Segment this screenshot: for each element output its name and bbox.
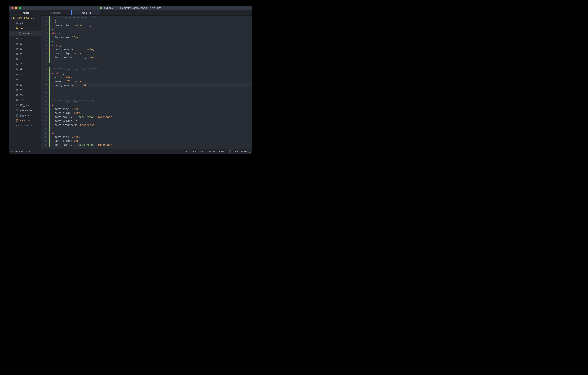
tree-item[interactable]: ›e5	[10, 56, 41, 62]
code-line[interactable]: h2 {	[51, 131, 252, 135]
zoom-window-button[interactable]	[19, 7, 21, 9]
code-line[interactable]: }	[51, 39, 252, 44]
code-line[interactable]: text-align: center;	[51, 51, 252, 55]
status-encoding[interactable]: UTF-8	[190, 150, 196, 153]
status-file-path[interactable]: css/main.css	[11, 150, 23, 153]
code-line[interactable]	[51, 91, 252, 95]
code-line[interactable]: h1 {	[51, 103, 252, 107]
line-number[interactable]: 7	[41, 39, 48, 44]
status-fetch[interactable]: Fetch	[218, 150, 226, 153]
status-git[interactable]: Git (2)	[241, 150, 250, 153]
status-branch[interactable]: master	[205, 150, 215, 153]
line-number[interactable]: 18	[41, 83, 48, 87]
line-number[interactable]: 22	[41, 99, 48, 103]
line-number[interactable]: 14	[41, 67, 48, 71]
code-line[interactable]: /****** type styles ******/	[51, 99, 252, 103]
tree-item[interactable]: ⌄css	[10, 26, 41, 31]
code-line[interactable]: }	[51, 27, 252, 32]
code-line[interactable]: font-family: 'Lato', sans-serif;	[51, 55, 252, 59]
file-tree[interactable]: ⌄avt217-fa20-tues›.git⌄cssmain.css›e1›e2…	[10, 16, 41, 149]
status-github[interactable]: GitHub	[229, 150, 238, 153]
code-line[interactable]: margin: 25px auto;	[51, 79, 252, 83]
status-language[interactable]: CSS	[198, 150, 203, 153]
editor[interactable]: 1234567891011121314151617181920212223242…	[41, 16, 252, 149]
tree-item[interactable]: ›p2	[10, 77, 41, 82]
tree-item[interactable]: .gitignore	[10, 113, 41, 118]
status-eol[interactable]: LF	[185, 150, 187, 153]
code-line[interactable]: /****** general styles ******/	[51, 16, 252, 20]
code-line[interactable]: font-size: 4rem;	[51, 107, 252, 111]
tree-item[interactable]: ›p1	[10, 72, 41, 77]
line-number[interactable]: 16	[41, 75, 48, 79]
code-line[interactable]: font-family: 'Space Mono', monospace;	[51, 115, 252, 119]
tree-item[interactable]: ›w6	[10, 92, 41, 98]
code-line[interactable]: * {	[51, 20, 252, 23]
code-line[interactable]: font-weight: 700;	[51, 119, 252, 123]
line-number[interactable]: 28	[41, 123, 48, 127]
line-number[interactable]: 12	[41, 59, 48, 63]
close-window-button[interactable]	[11, 7, 14, 9]
code-line[interactable]: font-family: 'Space Mono', monospace;	[51, 143, 252, 147]
code-line[interactable]: header {	[51, 71, 252, 75]
code-line[interactable]	[51, 63, 252, 67]
code-line[interactable]: font-size: 2rem;	[51, 135, 252, 139]
line-number[interactable]: 25	[41, 111, 48, 115]
code-line[interactable]: text-align: left;	[51, 139, 252, 143]
line-number[interactable]: 8	[41, 44, 48, 47]
code-line[interactable]: }	[51, 127, 252, 131]
line-number[interactable]: 26	[41, 115, 48, 119]
line-number[interactable]: 4	[41, 27, 48, 32]
tree-item[interactable]: .gitattributes	[10, 108, 41, 113]
tree-item[interactable]: ›pt	[10, 82, 41, 87]
line-number[interactable]: 27	[41, 119, 48, 123]
tab[interactable]: main.css	[71, 10, 102, 15]
status-cursor-pos[interactable]: 18:26	[26, 150, 31, 153]
code-area[interactable]: /****** general styles ******/* { box-si…	[50, 16, 252, 149]
code-line[interactable]: }	[51, 59, 252, 63]
line-number[interactable]: 3	[41, 23, 48, 27]
line-number[interactable]: 6	[41, 35, 48, 39]
gutter[interactable]: 1234567891011121314151617181920212223242…	[41, 16, 49, 149]
tree-root[interactable]: ⌄avt217-fa20-tues	[10, 16, 41, 21]
code-line[interactable]: html {	[51, 32, 252, 35]
line-number[interactable]: 20	[41, 91, 48, 95]
line-number[interactable]: 11	[41, 55, 48, 59]
code-line[interactable]: /****** layout styles ******/	[51, 67, 252, 71]
tree-item[interactable]: ›e6	[10, 62, 41, 67]
tree-item[interactable]: ›w5	[10, 87, 41, 92]
line-number[interactable]: 2	[41, 20, 48, 23]
tree-item[interactable]: index.html	[10, 118, 41, 123]
code-line[interactable]: width: 75vw;	[51, 75, 252, 79]
line-number[interactable]: 10	[41, 51, 48, 55]
line-number[interactable]: 15	[41, 71, 48, 75]
tree-item[interactable]: ›e3	[10, 46, 41, 51]
tree-item[interactable]: .DS_Store	[10, 103, 41, 108]
tab[interactable]: index.html	[41, 10, 71, 15]
code-line[interactable]: body {	[51, 44, 252, 47]
code-line[interactable]: }	[51, 87, 252, 91]
code-line[interactable]: font-size: 16px;	[51, 35, 252, 39]
line-number[interactable]: 9	[41, 47, 48, 51]
line-number[interactable]: 31	[41, 135, 48, 139]
line-number[interactable]: 23	[41, 103, 48, 107]
code-line[interactable]: background-color: blue;	[51, 83, 252, 87]
code-line[interactable]: box-sizing: border-box;	[51, 23, 252, 27]
line-number[interactable]: 17	[41, 79, 48, 83]
tree-item[interactable]: ›e2	[10, 41, 41, 46]
line-number[interactable]: 1	[41, 16, 48, 20]
code-line[interactable]: text-align: left;	[51, 111, 252, 115]
code-line[interactable]: text-transform: uppercase;	[51, 123, 252, 127]
tree-item[interactable]: ›.git	[10, 21, 41, 26]
line-number[interactable]: 30	[41, 131, 48, 135]
line-number[interactable]: 13	[41, 63, 48, 67]
line-number[interactable]: 29	[41, 127, 48, 131]
titlebar[interactable]: main.css — ~/Documents/Repositories/avt2…	[10, 6, 252, 10]
line-number[interactable]: 24	[41, 107, 48, 111]
minimize-window-button[interactable]	[15, 7, 17, 9]
code-line[interactable]	[51, 95, 252, 99]
tree-item[interactable]: ›e9	[10, 67, 41, 72]
line-number[interactable]: 33	[41, 143, 48, 147]
line-number[interactable]: 5	[41, 32, 48, 35]
tree-item[interactable]: ›w7	[10, 98, 41, 103]
tree-item[interactable]: main.css	[10, 31, 41, 36]
